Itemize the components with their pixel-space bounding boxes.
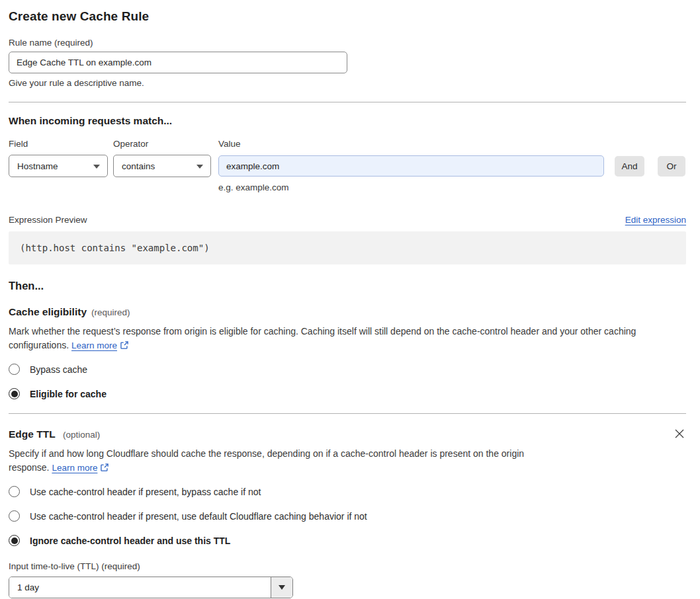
edit-expression-link[interactable]: Edit expression: [625, 215, 686, 225]
cache-learn-more-link[interactable]: Learn more: [71, 340, 117, 350]
match-heading: When incoming requests match...: [9, 115, 686, 127]
external-link-icon: [120, 340, 129, 350]
close-edge-ttl-button[interactable]: [673, 427, 686, 440]
ttl-dropdown-button[interactable]: [271, 577, 292, 598]
radio-use-header-default[interactable]: Use cache-control header if present, use…: [9, 510, 686, 522]
radio-button-icon[interactable]: [9, 510, 20, 522]
expression-preview-row: Expression Preview Edit expression: [9, 215, 686, 225]
and-button[interactable]: And: [615, 156, 644, 177]
cache-eligibility-description: Mark whether the request’s response from…: [9, 325, 678, 352]
expression-preview-label: Expression Preview: [9, 215, 87, 225]
operator-label: Operator: [113, 139, 218, 149]
cache-eligibility-header: Cache eligibility (required): [9, 306, 686, 318]
radio-button-selected-icon[interactable]: [9, 388, 20, 399]
radio-button-icon[interactable]: [9, 486, 20, 497]
radio-bypass-cache[interactable]: Bypass cache: [9, 364, 686, 375]
value-help: e.g. example.com: [218, 182, 686, 192]
field-select-value: Hostname: [17, 161, 58, 171]
value-label: Value: [218, 139, 241, 149]
radio-button-selected-icon[interactable]: [9, 535, 20, 546]
cache-rule-form: Create new Cache Rule Rule name (require…: [0, 9, 700, 598]
section-divider: [9, 413, 686, 414]
cache-eligibility-qualifier: (required): [91, 307, 130, 317]
edge-ttl-qualifier: (optional): [63, 430, 100, 440]
radio-bypass-cache-label: Bypass cache: [30, 364, 87, 375]
field-select[interactable]: Hostname: [9, 155, 108, 177]
radio-ignore-header-ttl-label: Ignore cache-control header and use this…: [30, 536, 230, 546]
match-row: Hostname contains And Or: [9, 155, 686, 177]
value-input[interactable]: [218, 155, 604, 177]
page-title: Create new Cache Rule: [9, 9, 686, 24]
radio-use-header-bypass-label: Use cache-control header if present, byp…: [30, 487, 261, 497]
radio-eligible-for-cache-label: Eligible for cache: [30, 389, 107, 399]
ttl-combobox: [9, 577, 293, 598]
chevron-down-icon: [197, 165, 203, 169]
close-icon: [674, 428, 685, 439]
radio-use-header-default-label: Use cache-control header if present, use…: [30, 511, 367, 522]
operator-select[interactable]: contains: [113, 155, 211, 177]
expression-text: (http.host contains "example.com"): [20, 243, 210, 253]
section-divider: [9, 102, 686, 102]
then-heading: Then...: [9, 280, 686, 292]
operator-select-value: contains: [122, 161, 155, 171]
external-link-icon: [100, 463, 109, 472]
edge-learn-more-link[interactable]: Learn more: [52, 463, 97, 473]
match-column-labels: Field Operator Value: [9, 139, 686, 149]
ttl-label: Input time-to-live (TTL) (required): [9, 561, 686, 571]
field-label: Field: [9, 139, 113, 149]
chevron-down-icon: [93, 165, 100, 169]
rule-name-help: Give your rule a descriptive name.: [9, 78, 686, 88]
or-button[interactable]: Or: [658, 156, 685, 177]
rule-name-label: Rule name (required): [9, 38, 686, 48]
edge-ttl-description: Specify if and how long Cloudflare shoul…: [9, 447, 563, 475]
expression-code-block: (http.host contains "example.com"): [9, 231, 686, 264]
chevron-down-icon: [279, 585, 285, 590]
edge-ttl-header: Edge TTL (optional): [9, 428, 686, 440]
radio-ignore-header-ttl[interactable]: Ignore cache-control header and use this…: [9, 535, 686, 546]
rule-name-input[interactable]: [9, 52, 347, 73]
edge-ttl-title: Edge TTL: [9, 428, 56, 440]
cache-eligibility-title: Cache eligibility: [9, 306, 87, 318]
radio-eligible-for-cache[interactable]: Eligible for cache: [9, 388, 686, 399]
radio-button-icon[interactable]: [9, 364, 20, 375]
ttl-input[interactable]: [9, 577, 271, 598]
radio-use-header-bypass[interactable]: Use cache-control header if present, byp…: [9, 486, 686, 497]
